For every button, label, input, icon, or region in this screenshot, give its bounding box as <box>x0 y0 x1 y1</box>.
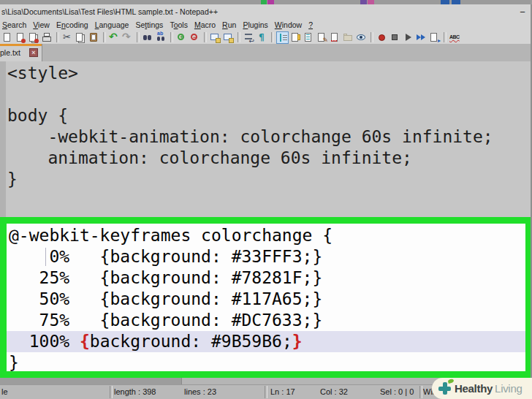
code-line: animation: colorchange 60s infinite; <box>7 148 532 169</box>
code-line: 0% {background: #33FFF3;} <box>9 246 525 267</box>
menu-item-[interactable]: ? <box>306 20 315 29</box>
scrollbar-thumb[interactable] <box>0 378 182 384</box>
macro-save-icon[interactable] <box>428 31 441 44</box>
menu-bar: SearchViewEncodingLanguageSettingsToolsM… <box>0 19 532 31</box>
length-status: length : 398 <box>114 387 156 396</box>
document-list-icon[interactable] <box>303 31 315 44</box>
code-line: -webkit-animation: colorchange 60s infin… <box>7 126 532 148</box>
doc-map-icon[interactable] <box>289 31 302 44</box>
code-line: @-webkit-keyframes colorchange { <box>9 225 525 246</box>
menu-item-plugins[interactable]: Plugins <box>240 20 270 29</box>
active-tab-accent <box>0 44 42 46</box>
status-separator <box>265 386 267 398</box>
spell-check-icon[interactable] <box>449 31 461 44</box>
macro-stop-icon[interactable] <box>389 31 401 44</box>
toolbar-separator <box>204 32 207 42</box>
code-line: 50% {background: #117A65;} <box>9 289 525 310</box>
cut-icon[interactable] <box>61 31 74 44</box>
menu-item-settings[interactable]: Settings <box>133 20 165 29</box>
toolbar-separator <box>103 32 106 42</box>
print-icon[interactable] <box>41 31 53 44</box>
tab-close-icon[interactable]: × <box>29 48 38 57</box>
code-line: 75% {background: #DC7633;} <box>9 310 525 331</box>
toolbar-separator <box>271 32 274 42</box>
code-line: } <box>7 169 532 190</box>
green-highlight-box: @-webkit-keyframes colorchange { 0% {bac… <box>0 217 532 378</box>
menu-item-run[interactable]: Run <box>220 20 238 29</box>
sync-horizontal-icon[interactable] <box>222 31 235 44</box>
toolbar-separator <box>444 32 446 42</box>
tab-bar: ple.txt × <box>0 44 532 61</box>
save-all-icon[interactable] <box>28 31 40 44</box>
window-title: s\Lisa\Documents\Lisa\Test Files\HTML sa… <box>0 7 513 16</box>
code-line <box>7 84 532 105</box>
leaf-icon <box>447 378 454 383</box>
code-line: 25% {background: #78281F;} <box>9 267 525 289</box>
macro-run-multiple-icon[interactable] <box>415 31 428 44</box>
toolbar-separator <box>370 32 373 42</box>
tab-label: ple.txt <box>0 48 20 57</box>
undo-icon[interactable] <box>108 31 121 44</box>
line-number-status: Ln : 17 <box>270 387 295 396</box>
replace-icon[interactable] <box>155 31 167 44</box>
toolbar-separator <box>238 32 240 42</box>
tab-html-sample[interactable]: ple.txt × <box>0 44 42 61</box>
menu-item-window[interactable]: Window <box>273 20 304 29</box>
status-separator <box>110 386 113 398</box>
zoom-in-icon[interactable] <box>175 31 188 44</box>
menu-item-search[interactable]: Search <box>0 20 28 29</box>
code-line: <style> <box>7 63 532 84</box>
watermark-brand-light: Living <box>495 382 522 395</box>
status-separator <box>419 386 422 398</box>
plus-cross-icon <box>438 381 452 396</box>
minimize-button[interactable]: − <box>513 7 532 18</box>
doc-type-status: le <box>1 387 8 396</box>
redo-icon[interactable] <box>121 31 134 44</box>
menu-item-language[interactable]: Language <box>93 20 132 29</box>
selection-status: Sel : 0 | 0 <box>380 387 414 396</box>
paste-icon[interactable] <box>88 31 100 44</box>
code-editor[interactable]: <style> body { -webkit-animation: colorc… <box>0 61 532 378</box>
zoom-out-icon[interactable] <box>189 31 201 44</box>
column-status: Col : 32 <box>320 387 348 396</box>
healthy-living-watermark: Healthy Living <box>432 378 532 399</box>
keyframes-code: @-webkit-keyframes colorchange { 0% {bac… <box>7 225 525 373</box>
macro-record-icon[interactable] <box>376 31 388 44</box>
sync-vertical-icon[interactable] <box>209 31 221 44</box>
menu-item-macro[interactable]: Macro <box>192 20 218 29</box>
monitoring-eye-icon[interactable] <box>355 31 368 44</box>
toolbar-separator <box>56 32 59 42</box>
css-source-text: <style> body { -webkit-animation: colorc… <box>0 63 532 190</box>
copy-icon[interactable] <box>75 31 87 44</box>
open-file-icon[interactable] <box>15 31 27 44</box>
title-bar[interactable]: s\Lisa\Documents\Lisa\Test Files\HTML sa… <box>0 4 532 19</box>
notepad-plus-plus-window: s\Lisa\Documents\Lisa\Test Files\HTML sa… <box>0 0 532 399</box>
toolbar-separator <box>170 32 173 42</box>
folder-as-workspace-icon[interactable] <box>342 31 354 44</box>
toolbar <box>0 31 532 44</box>
indent-guide-line <box>45 248 46 266</box>
macro-play-icon[interactable] <box>402 31 414 44</box>
indent-guide-icon[interactable] <box>276 31 289 44</box>
show-all-characters-icon[interactable] <box>256 31 268 44</box>
menu-item-encoding[interactable]: Encoding <box>54 20 91 29</box>
new-file-icon[interactable] <box>1 31 14 44</box>
watermark-brand-bold: Healthy <box>455 382 493 395</box>
word-wrap-icon[interactable] <box>243 31 255 44</box>
toolbar-separator <box>137 32 140 42</box>
menu-item-tools[interactable]: Tools <box>167 20 190 29</box>
menu-item-view[interactable]: View <box>31 20 52 29</box>
code-line: body { <box>7 105 532 126</box>
find-icon[interactable] <box>142 31 154 44</box>
code-line: 100% {background: #9B59B6;} <box>7 331 528 352</box>
code-line: } <box>9 352 525 373</box>
doc-switcher-icon[interactable] <box>329 31 341 44</box>
function-list-icon[interactable] <box>316 31 328 44</box>
lines-status: lines : 23 <box>184 387 216 396</box>
